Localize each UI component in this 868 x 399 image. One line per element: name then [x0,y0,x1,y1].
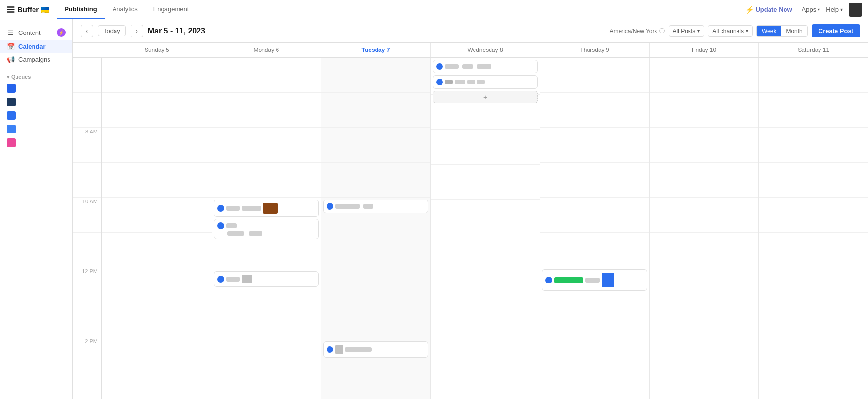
view-toggle: Week Month [756,25,808,37]
sunday-slot-7 [102,267,212,302]
week-view-button[interactable]: Week [757,26,781,36]
monday-post-3[interactable] [214,271,319,287]
day-columns: + [102,58,868,399]
next-week-button[interactable]: › [131,25,143,37]
tuesday-post-2[interactable] [323,341,428,358]
day-col-thursday [540,58,649,399]
wednesday-slot-6 [431,234,540,269]
tuesday-slot-5 [321,200,430,234]
monday-slot-9 [212,341,321,376]
post-dot-th1 [545,277,552,283]
day-name-wednesday: Wednesday [467,47,498,53]
sidebar: ☰ Content ⚡ 📅 Calendar 📢 Campaigns Queue… [0,19,73,399]
tab-analytics[interactable]: Analytics [105,0,146,19]
post-text-m3a [226,277,240,282]
thursday-slot-5 [540,198,649,233]
queue-item-1[interactable] [0,82,72,95]
day-name-friday: Friday [692,47,708,53]
avatar[interactable] [849,3,862,17]
day-num-tuesday: 7 [387,47,390,53]
all-channels-filter[interactable]: All channels [708,25,753,37]
all-channels-label: All channels [712,28,744,34]
post-img-w2a [445,80,453,84]
day-num-wednesday: 8 [500,47,503,53]
day-num-monday: 6 [276,47,279,53]
main-nav: Publishing Analytics Engagement [57,0,197,19]
post-text-w2b [455,80,465,84]
calendar-label: Calendar [18,43,46,50]
queue-dot-1 [7,84,16,93]
wednesday-slot-5 [431,200,540,234]
wednesday-slot-8 [431,304,540,339]
friday-slot-9 [650,337,759,372]
wednesday-post-2[interactable] [433,75,538,89]
thursday-post-1[interactable] [542,269,647,291]
post-img-w2c [467,80,475,84]
sidebar-item-content[interactable]: ☰ Content ⚡ [0,25,72,40]
tab-engagement[interactable]: Engagement [146,0,197,19]
day-headers: Sunday 5 Monday 6 Tuesday 7 Wednesday 8 … [73,43,868,58]
svg-rect-0 [7,6,15,8]
saturday-slot-10 [759,372,868,399]
help-dropdown-button[interactable]: Help [826,6,843,13]
tuesday-slot-3 [321,128,430,163]
friday-slot-7 [650,267,759,302]
day-header-sunday: Sunday 5 [102,43,212,57]
campaigns-label: Campaigns [18,56,50,63]
apps-dropdown-button[interactable]: Apps [802,6,820,13]
queue-item-5[interactable] [0,136,72,150]
wednesday-slot-4 [431,165,540,200]
wednesday-post-1[interactable] [433,60,538,73]
day-num-friday: 10 [710,47,716,53]
date-range: Mar 5 - 11, 2023 [148,27,205,35]
tuesday-slot-2 [321,93,430,128]
content-icon: ☰ [7,29,15,36]
app-layout: ☰ Content ⚡ 📅 Calendar 📢 Campaigns Queue… [0,19,868,399]
day-header-thursday: Thursday 9 [540,43,649,57]
post-dot-m1 [217,205,224,212]
wednesday-slot-top: + [431,60,540,95]
day-num-saturday: 11 [823,47,829,53]
svg-rect-1 [7,9,15,10]
timeslot-8am: 8 AM [73,128,101,163]
all-posts-filter[interactable]: All Posts [669,25,704,37]
post-text-th1a [554,277,583,283]
thursday-slot-10 [540,374,649,399]
month-view-button[interactable]: Month [781,26,807,36]
thursday-slot-2 [540,93,649,128]
update-now-button[interactable]: ⚡ Update Now [741,4,796,16]
calendar-grid: Sunday 5 Monday 6 Tuesday 7 Wednesday 8 … [73,43,868,399]
sunday-slot-6 [102,233,212,267]
day-header-saturday: Saturday 11 [758,43,868,57]
thursday-slot-9 [540,339,649,374]
tuesday-post-1[interactable] [323,200,428,213]
timeslot-7am [73,93,101,128]
sunday-slot-5 [102,198,212,233]
queue-item-3[interactable] [0,109,72,122]
friday-slot-3 [650,128,759,163]
tab-publishing[interactable]: Publishing [57,0,104,19]
wednesday-slot-10 [431,374,540,399]
sidebar-item-calendar[interactable]: 📅 Calendar [0,40,72,53]
prev-week-button[interactable]: ‹ [81,25,93,37]
saturday-slot-6 [759,233,868,267]
day-name-tuesday: Tuesday [362,47,385,53]
post-text-w1b [462,64,473,69]
day-name-saturday: Saturday [798,47,821,53]
monday-slot-1 [212,58,321,93]
queue-item-2[interactable] [0,95,72,109]
sunday-slot-8 [102,302,212,337]
create-post-button[interactable]: Create Post [812,24,860,37]
queue-item-4[interactable] [0,122,72,136]
toolbar-right: America/New York ⓘ All Posts All channel… [609,24,860,37]
timezone-info: America/New York ⓘ [609,27,664,34]
top-nav: Buffer 🇺🇦 Publishing Analytics Engagemen… [0,0,868,19]
day-num-thursday: 9 [606,47,609,53]
monday-post-1[interactable] [214,200,319,217]
sunday-slot-10 [102,372,212,399]
thursday-slot-1 [540,58,649,93]
sidebar-main-section: ☰ Content ⚡ 📅 Calendar 📢 Campaigns [0,23,72,68]
today-button[interactable]: Today [98,25,126,36]
saturday-slot-4 [759,163,868,198]
sidebar-item-campaigns[interactable]: 📢 Campaigns [0,53,72,66]
